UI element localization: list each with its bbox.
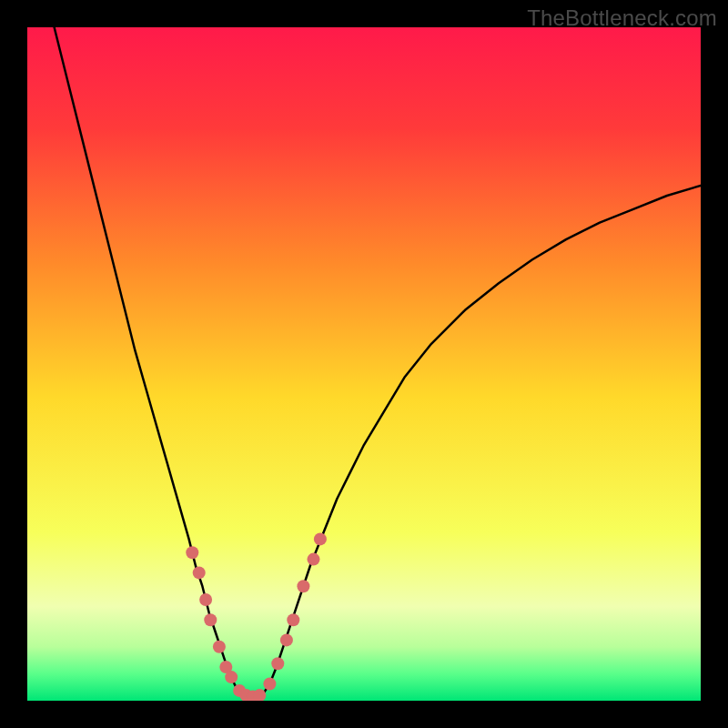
chart-background	[27, 27, 701, 701]
marker-dot	[193, 566, 206, 579]
marker-dot	[263, 678, 276, 691]
marker-dot	[213, 641, 226, 653]
marker-dot	[186, 546, 198, 559]
marker-dot	[225, 671, 238, 683]
marker-dot	[204, 613, 217, 626]
chart-svg	[27, 27, 701, 701]
chart-container: TheBottleneck.com	[0, 0, 728, 728]
marker-dot	[287, 613, 299, 626]
plot-area	[27, 27, 701, 701]
marker-dot	[297, 580, 309, 592]
marker-dot	[199, 593, 212, 606]
marker-dot	[280, 633, 293, 646]
marker-dot	[308, 553, 320, 566]
marker-dot	[314, 532, 327, 545]
marker-dot	[271, 657, 284, 670]
